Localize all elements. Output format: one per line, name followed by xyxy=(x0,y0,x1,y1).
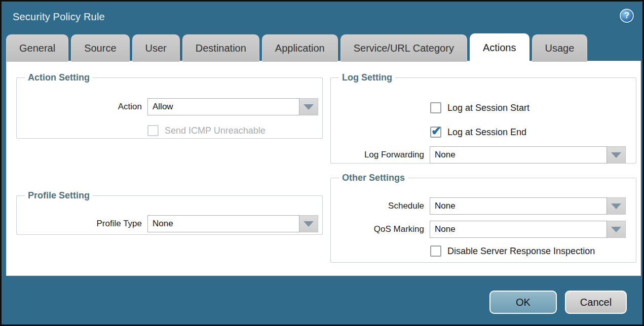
other-settings-legend: Other Settings xyxy=(339,173,408,183)
dsri-label[interactable]: Disable Server Response Inspection xyxy=(447,246,595,257)
chevron-down-icon xyxy=(304,104,314,110)
qos-marking-label: QoS Marking xyxy=(331,224,430,234)
log-forwarding-dropdown-button[interactable] xyxy=(607,146,626,164)
chevron-down-icon xyxy=(611,227,621,232)
profile-type-dropdown-value[interactable]: None xyxy=(147,215,299,232)
log-session-start-checkbox-row: Log at Session Start xyxy=(430,102,529,113)
schedule-dropdown-value[interactable]: None xyxy=(430,197,607,215)
tab-actions[interactable]: Actions xyxy=(470,33,529,62)
profile-type-label: Profile Type xyxy=(17,219,147,229)
send-icmp-unreachable-checkbox-row: Send ICMP Unreachable xyxy=(147,125,266,136)
qos-marking-dropdown-value[interactable]: None xyxy=(430,221,607,238)
tab-general[interactable]: General xyxy=(6,34,68,62)
log-session-start-checkbox[interactable] xyxy=(430,102,441,113)
action-label: Action xyxy=(17,102,147,112)
profile-type-dropdown-button[interactable] xyxy=(299,215,318,232)
security-policy-rule-dialog: Security Policy Rule ? General Source Us… xyxy=(0,0,644,326)
tab-application[interactable]: Application xyxy=(262,34,338,62)
log-forwarding-row: Log Forwarding None xyxy=(331,146,626,164)
actions-tab-panel: Action Setting Action Allow Send ICMP Un… xyxy=(6,61,641,276)
dialog-title: Security Policy Rule xyxy=(13,11,105,23)
action-dropdown[interactable]: Allow xyxy=(147,98,318,115)
cancel-button[interactable]: Cancel xyxy=(565,291,627,314)
tab-bar: General Source User Destination Applicat… xyxy=(6,33,587,62)
log-forwarding-label: Log Forwarding xyxy=(331,150,430,160)
other-settings-group: Other Settings Schedule None QoS Marking… xyxy=(330,173,636,263)
tab-source[interactable]: Source xyxy=(71,34,129,62)
log-session-end-label[interactable]: Log at Session End xyxy=(447,127,526,138)
profile-type-row: Profile Type None xyxy=(17,215,318,232)
action-setting-group: Action Setting Action Allow Send ICMP Un… xyxy=(16,72,323,139)
log-forwarding-dropdown-value[interactable]: None xyxy=(430,146,607,164)
action-setting-legend: Action Setting xyxy=(25,72,93,83)
dsri-checkbox[interactable] xyxy=(430,246,441,257)
tab-destination[interactable]: Destination xyxy=(182,34,259,62)
action-dropdown-value[interactable]: Allow xyxy=(147,98,299,115)
action-dropdown-button[interactable] xyxy=(299,98,318,115)
tab-user[interactable]: User xyxy=(132,34,180,62)
tab-usage[interactable]: Usage xyxy=(532,34,588,62)
schedule-row: Schedule None xyxy=(331,197,626,215)
schedule-label: Schedule xyxy=(331,201,430,211)
schedule-dropdown-button[interactable] xyxy=(607,197,626,215)
send-icmp-unreachable-checkbox[interactable] xyxy=(147,125,159,136)
log-session-end-checkbox[interactable] xyxy=(430,127,441,138)
profile-setting-group: Profile Setting Profile Type None xyxy=(16,190,323,235)
chevron-down-icon xyxy=(611,152,621,158)
qos-marking-dropdown[interactable]: None xyxy=(430,221,626,238)
profile-setting-legend: Profile Setting xyxy=(25,190,93,201)
dsri-checkbox-row: Disable Server Response Inspection xyxy=(430,246,595,257)
ok-button[interactable]: OK xyxy=(489,291,557,314)
help-icon[interactable]: ? xyxy=(620,9,634,23)
action-row: Action Allow xyxy=(17,98,318,115)
log-setting-group: Log Setting Log at Session Start Log at … xyxy=(330,72,636,164)
schedule-dropdown[interactable]: None xyxy=(430,197,626,215)
log-session-end-checkbox-row: Log at Session End xyxy=(430,127,526,138)
log-forwarding-dropdown[interactable]: None xyxy=(430,146,626,164)
log-session-start-label[interactable]: Log at Session Start xyxy=(447,103,529,113)
send-icmp-unreachable-label: Send ICMP Unreachable xyxy=(165,126,266,136)
qos-marking-dropdown-button[interactable] xyxy=(607,221,626,238)
chevron-down-icon xyxy=(304,221,314,227)
tab-service-url-category[interactable]: Service/URL Category xyxy=(340,34,467,62)
log-setting-legend: Log Setting xyxy=(339,72,395,83)
qos-marking-row: QoS Marking None xyxy=(331,221,626,238)
profile-type-dropdown[interactable]: None xyxy=(147,215,318,232)
chevron-down-icon xyxy=(611,203,621,209)
